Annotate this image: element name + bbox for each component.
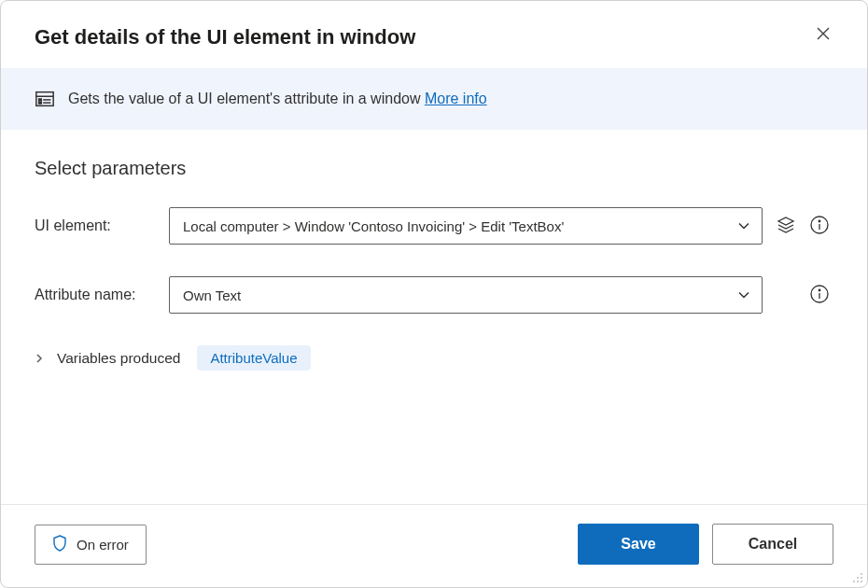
layers-icon <box>777 216 795 237</box>
layers-button[interactable] <box>776 216 796 236</box>
info-icon <box>810 285 829 306</box>
svg-point-16 <box>857 577 859 579</box>
info-banner: Gets the value of a UI element's attribu… <box>1 68 867 130</box>
dialog: Get details of the UI element in window … <box>0 0 868 588</box>
chevron-down-icon <box>737 219 750 232</box>
info-banner-desc: Gets the value of a UI element's attribu… <box>68 91 425 106</box>
ui-element-row: UI element: Local computer > Window 'Con… <box>35 207 833 245</box>
svg-point-15 <box>861 573 862 575</box>
svg-point-13 <box>819 289 820 291</box>
chevron-right-icon <box>35 354 44 363</box>
resize-grip[interactable] <box>850 570 863 583</box>
ui-element-label: UI element: <box>35 217 169 234</box>
svg-point-18 <box>853 581 855 582</box>
svg-rect-4 <box>39 99 42 101</box>
info-icon <box>810 216 829 237</box>
ui-element-info-button[interactable] <box>809 216 830 236</box>
resize-grip-icon <box>850 570 863 583</box>
ui-element-value: Local computer > Window 'Contoso Invoici… <box>183 218 737 234</box>
svg-point-20 <box>861 581 862 582</box>
more-info-link[interactable]: More info <box>425 91 487 106</box>
attribute-name-select[interactable]: Own Text <box>169 276 763 314</box>
variables-produced-label: Variables produced <box>57 350 180 367</box>
on-error-label: On error <box>77 537 129 553</box>
svg-point-19 <box>857 581 859 582</box>
dialog-header: Get details of the UI element in window <box>1 1 867 68</box>
on-error-button[interactable]: On error <box>35 525 147 565</box>
svg-point-10 <box>819 220 820 222</box>
form-icon <box>35 89 55 109</box>
cancel-button[interactable]: Cancel <box>712 524 833 565</box>
footer-actions: Save Cancel <box>578 524 833 565</box>
variables-produced-row[interactable]: Variables produced AttributeValue <box>35 345 833 371</box>
variable-tag[interactable]: AttributeValue <box>197 345 310 371</box>
svg-rect-6 <box>39 102 42 104</box>
close-button[interactable] <box>813 24 833 45</box>
dialog-title: Get details of the UI element in window <box>35 25 415 49</box>
close-icon <box>816 26 831 44</box>
svg-marker-8 <box>778 217 793 225</box>
svg-point-17 <box>861 577 862 579</box>
attribute-name-value: Own Text <box>183 287 737 303</box>
attribute-name-actions <box>776 285 830 305</box>
info-banner-text: Gets the value of a UI element's attribu… <box>68 91 487 107</box>
attribute-info-button[interactable] <box>809 285 830 305</box>
chevron-down-icon <box>737 288 750 301</box>
ui-element-actions <box>776 216 830 236</box>
shield-icon <box>52 535 67 554</box>
content: Select parameters UI element: Local comp… <box>1 130 867 504</box>
dialog-footer: On error Save Cancel <box>1 504 867 587</box>
save-button[interactable]: Save <box>578 524 699 565</box>
attribute-name-row: Attribute name: Own Text <box>35 276 833 314</box>
spacer <box>776 285 796 305</box>
section-title: Select parameters <box>35 158 833 179</box>
attribute-name-label: Attribute name: <box>35 287 169 303</box>
ui-element-select[interactable]: Local computer > Window 'Contoso Invoici… <box>169 207 763 245</box>
